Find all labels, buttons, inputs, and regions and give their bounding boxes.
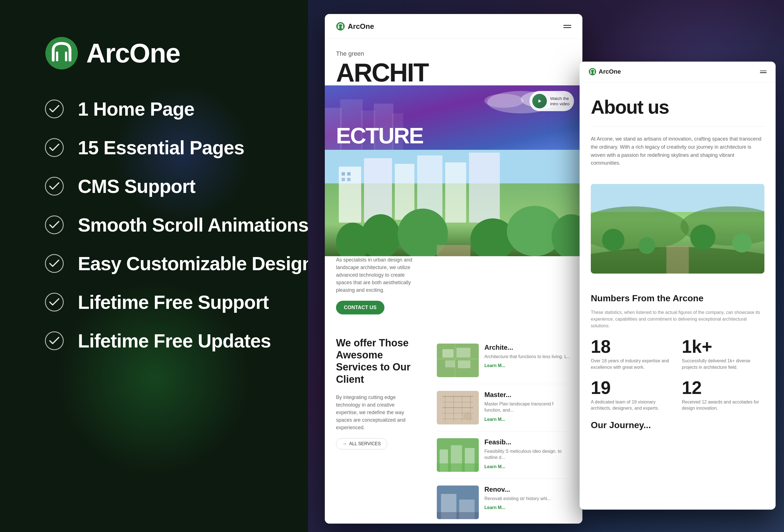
- secondary-screenshot: ArcOne About us At Arcone, we stand as a…: [580, 62, 776, 510]
- feature-list: 1 Home Page 15 Essential Pages CMS Suppo…: [45, 98, 319, 352]
- svg-rect-26: [364, 158, 392, 223]
- svg-marker-22: [538, 100, 541, 103]
- feature-item-4: Smooth Scroll Animations: [45, 214, 319, 236]
- ms-service-title-2: Master...: [484, 391, 571, 399]
- ms-hero-label: The green: [336, 50, 571, 57]
- ms-service-img-3: [437, 438, 479, 472]
- ss-numbers-section: Numbers From the Arcone These statistics…: [580, 293, 776, 412]
- feature-item-1: 1 Home Page: [45, 98, 319, 120]
- check-icon-1: [45, 100, 64, 118]
- ms-hero-title-line1: ARCHIT: [336, 60, 571, 85]
- brand-logo-icon: [45, 36, 78, 70]
- ms-service-desc-1: Architecture that functions to less livi…: [484, 354, 571, 360]
- svg-point-8: [45, 293, 63, 311]
- feature-label-6: Lifetime Free Support: [78, 291, 269, 313]
- ss-journey-title-text: Our Journey...: [591, 420, 651, 430]
- svg-rect-43: [442, 349, 454, 358]
- feature-item-3: CMS Support: [45, 175, 319, 197]
- ms-service-content-1: Archite... Architecture that functions t…: [484, 343, 571, 377]
- svg-point-16: [484, 94, 524, 108]
- check-icon-7: [45, 331, 64, 350]
- svg-rect-64: [437, 464, 479, 472]
- ss-number-1k: 1k+ Successfully delivered 1k+ diverse p…: [682, 338, 764, 370]
- ms-service-title-1: Archite...: [484, 343, 571, 352]
- ms-video-button[interactable]: Watch the intro video: [530, 91, 574, 111]
- feature-label-7: Lifetime Free Updates: [78, 330, 271, 352]
- svg-point-0: [45, 37, 78, 69]
- ss-number-value-12: 12: [682, 379, 764, 397]
- svg-point-78: [690, 225, 716, 250]
- ss-number-value-1k: 1k+: [682, 338, 764, 356]
- ms-service-card-2: Master... Master Plan landscape transcen…: [437, 384, 571, 431]
- ss-menu-button[interactable]: [760, 71, 767, 73]
- feature-item-6: Lifetime Free Support: [45, 291, 319, 313]
- ms-urban-svg: [437, 438, 479, 472]
- ms-nav-header: ArcOne: [325, 14, 582, 39]
- ms-service-content-3: Feasib... Feasibility S meticulous ideo …: [484, 438, 571, 472]
- logo-container: ArcOne: [45, 36, 319, 70]
- ms-learn-more-3[interactable]: Learn M...: [484, 464, 571, 469]
- svg-rect-80: [666, 246, 689, 274]
- ms-city-photo: [325, 150, 582, 256]
- ms-service-desc-3: Feasibility S meticulous ideo design. to…: [484, 448, 571, 461]
- ss-divider: [591, 126, 764, 127]
- ms-service-card-1: Archite... Architecture that functions t…: [437, 337, 571, 384]
- ss-image-container: [580, 184, 776, 293]
- feature-item-7: Lifetime Free Updates: [45, 330, 319, 352]
- ms-learn-more-4[interactable]: Learn M...: [484, 505, 551, 510]
- svg-point-6: [45, 216, 63, 234]
- ms-learn-more-2[interactable]: Learn M...: [484, 417, 571, 422]
- svg-rect-41: [437, 245, 470, 256]
- ms-video-thumb: [532, 94, 547, 108]
- svg-rect-45: [445, 360, 455, 367]
- ms-hero-text-section: As specialists in urban design and lands…: [325, 256, 582, 323]
- svg-rect-34: [347, 178, 351, 181]
- ms-hero-image: ECTURE Watch the intro video: [325, 85, 582, 150]
- svg-rect-44: [456, 348, 470, 358]
- svg-point-4: [45, 139, 63, 157]
- ms-service-content-2: Master... Master Plan landscape transcen…: [484, 391, 571, 424]
- ss-number-12: 12 Received 12 awards and accolades for …: [682, 379, 764, 412]
- svg-point-76: [602, 229, 624, 251]
- ms-service-content-4: Renov... Renovati existing str history w…: [484, 485, 551, 519]
- ss-number-desc-18: Over 18 years of industry expertise and …: [591, 358, 673, 370]
- svg-rect-32: [347, 172, 351, 175]
- svg-rect-29: [445, 162, 466, 223]
- ss-numbers-title: Numbers From the Arcone: [591, 293, 764, 304]
- ss-number-value-18: 18: [591, 338, 673, 356]
- ms-menu-button[interactable]: [563, 25, 571, 28]
- svg-rect-30: [469, 152, 500, 223]
- ms-service-img-1: [437, 343, 479, 377]
- svg-point-3: [45, 100, 63, 118]
- ms-learn-more-1[interactable]: Learn M...: [484, 363, 571, 368]
- ms-hero-top: The green ARCHIT: [325, 39, 582, 85]
- ms-all-services-button[interactable]: → ALL SERVICES: [336, 438, 387, 449]
- ms-service-desc-4: Renovati existing str history whi...: [484, 496, 551, 502]
- ss-number-18: 18 Over 18 years of industry expertise a…: [591, 338, 673, 370]
- ss-number-desc-1k: Successfully delivered 1k+ diverse proje…: [682, 358, 764, 370]
- ms-hero-title-line2: ECTURE: [336, 124, 423, 147]
- ms-renov-svg: [437, 485, 479, 519]
- ss-landscape-image: [591, 184, 764, 274]
- ms-service-cards: Archite... Architecture that functions t…: [437, 337, 571, 524]
- svg-point-79: [732, 233, 752, 253]
- feature-label-5: Easy Customizable Design: [78, 253, 313, 274]
- svg-rect-31: [342, 172, 345, 175]
- ss-number-desc-19: A dedicated team of 19 visionary archite…: [591, 399, 673, 412]
- ms-logo-text: ArcOne: [348, 22, 374, 31]
- ms-service-card-3: Feasib... Feasibility S meticulous ideo …: [437, 431, 571, 479]
- svg-rect-46: [458, 360, 470, 368]
- play-icon: [537, 98, 542, 104]
- feature-label-2: 15 Essential Pages: [78, 137, 244, 159]
- ss-numbers-description: These statistics, when listened to the a…: [591, 309, 764, 329]
- svg-point-77: [638, 237, 655, 254]
- svg-rect-33: [342, 178, 345, 181]
- svg-rect-68: [437, 512, 479, 519]
- ss-about-description: At Arcone, we stand as artisans of innov…: [591, 135, 764, 167]
- ss-about-section: About us At Arcone, we stand as artisans…: [580, 82, 776, 184]
- ms-service-title-4: Renov...: [484, 485, 551, 493]
- feature-label-4: Smooth Scroll Animations: [78, 214, 309, 236]
- ms-service-img-2: [437, 391, 479, 424]
- ss-landscape-svg: [591, 184, 764, 274]
- ms-contact-button[interactable]: CONTACT US: [336, 301, 385, 314]
